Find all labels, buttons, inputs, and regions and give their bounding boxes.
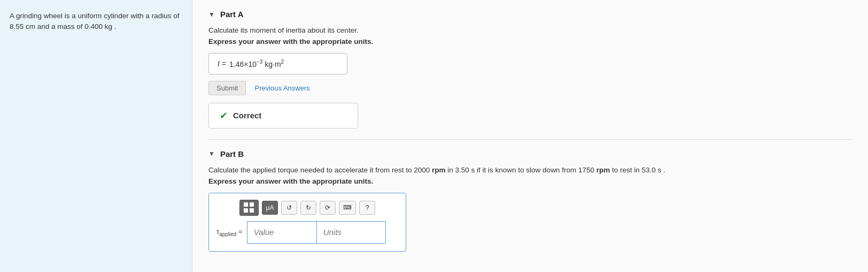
problem-text: A grinding wheel is a uniform cylinder w…	[10, 11, 182, 33]
part-a-chevron-icon[interactable]: ▼	[208, 11, 215, 18]
part-a-answer-box: I = 1.46×10−3 kg·m2	[208, 53, 347, 74]
value-input[interactable]	[247, 221, 316, 244]
reset-button[interactable]: ⟳	[320, 201, 336, 215]
part-a-units: kg·m2	[265, 60, 284, 69]
part-a-instruction2: Express your answer with the appropriate…	[208, 37, 852, 46]
correct-label: Correct	[233, 111, 261, 120]
part-a-submit-button[interactable]: Submit	[208, 81, 246, 95]
part-a-eq-label: I =	[218, 59, 226, 68]
redo-button[interactable]: ↻	[300, 201, 316, 215]
part-a-eq-value: 1.46×10−3 kg·m2	[229, 59, 284, 69]
part-a-title: Part A	[220, 10, 244, 19]
part-a-instruction1: Calculate its moment of inertia about it…	[208, 26, 852, 34]
part-b-chevron-icon[interactable]: ▼	[208, 150, 215, 157]
part-b-title: Part B	[220, 149, 244, 158]
keyboard-button[interactable]: ⌨	[339, 201, 356, 215]
mu-button[interactable]: μA	[262, 201, 278, 215]
math-toolbar: μA ↺ ↻ ⟳ ⌨ ?	[216, 200, 398, 216]
part-b-section: ▼ Part B Calculate the applied torque ne…	[208, 140, 852, 257]
part-a-correct-badge: ✔ Correct	[208, 103, 358, 129]
part-b-instruction1: Calculate the applied torque needed to a…	[208, 166, 852, 174]
part-a-previous-answers-link[interactable]: Previous Answers	[254, 84, 309, 92]
part-a-exp: −3	[257, 59, 262, 65]
part-b-math-input-container: μA ↺ ↻ ⟳ ⌨ ? τapplied =	[208, 193, 406, 252]
part-a-header: ▼ Part A	[208, 10, 852, 19]
part-b-header: ▼ Part B	[208, 149, 852, 158]
problem-panel: A grinding wheel is a uniform cylinder w…	[0, 0, 192, 272]
solution-panel: ▼ Part A Calculate its moment of inertia…	[192, 0, 868, 272]
part-b-instruction2: Express your answer with the appropriate…	[208, 177, 852, 185]
checkmark-icon: ✔	[220, 110, 228, 122]
units-input[interactable]	[316, 221, 386, 244]
grid-icon-button[interactable]	[239, 200, 259, 216]
value-units-row: τapplied =	[216, 221, 398, 244]
help-button[interactable]: ?	[359, 201, 375, 215]
part-a-section: ▼ Part A Calculate its moment of inertia…	[208, 0, 852, 140]
tau-label: τapplied =	[216, 228, 243, 237]
part-a-submit-row: Submit Previous Answers	[208, 81, 852, 95]
undo-button[interactable]: ↺	[281, 201, 297, 215]
